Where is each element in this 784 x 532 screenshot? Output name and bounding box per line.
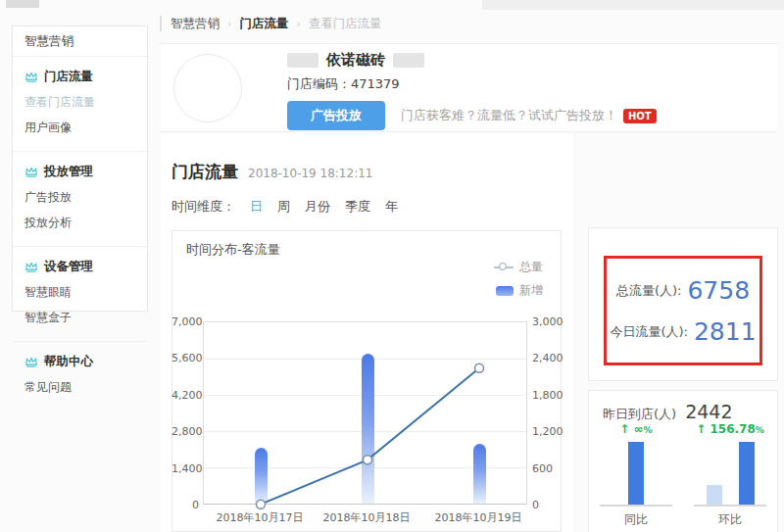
traffic-stats-card: 总流量(人): 6758 今日流量(人): 2811	[588, 227, 778, 381]
mom-percent: ↑ 156.78	[696, 422, 756, 436]
mom-minichart: ↑ 156.78% 环比	[683, 422, 777, 528]
total-traffic-value: 6758	[687, 276, 750, 305]
sidebar-section-device-management: 设备管理 智慧眼睛 智慧盒子	[13, 247, 147, 342]
store-info: 依诺磁砖 门店编码：471379 广告投放 门店获客难？流量低？试试广告投放！ …	[287, 51, 657, 130]
time-option-week[interactable]: 周	[277, 198, 290, 216]
legend-label-new: 新增	[519, 282, 543, 299]
plot-area	[203, 321, 527, 505]
legend-item-new[interactable]: 新增	[496, 282, 543, 299]
left-axis-tick: 1,400	[172, 462, 199, 475]
breadcrumb-separator: ›	[296, 18, 300, 30]
crown-icon	[24, 71, 38, 83]
right-axis-tick: 2,400	[532, 352, 564, 364]
sidebar-section-store-traffic: 门店流量 查看门店流量 用户画像	[13, 57, 147, 152]
sidebar-item-view-store-traffic[interactable]: 查看门店流量	[24, 94, 135, 111]
sidebar-section-help-center: 帮助中心 常见问题	[13, 342, 147, 411]
legend-item-total[interactable]: 总量	[494, 259, 543, 275]
breadcrumb-separator: ›	[227, 18, 231, 30]
right-axis-tick: 600	[532, 462, 553, 475]
legend-label-total: 总量	[519, 259, 543, 275]
sidebar-section-title[interactable]: 投放管理	[24, 164, 135, 180]
yoy-label: 同比	[624, 511, 648, 528]
sidebar-section-label: 门店流量	[44, 69, 93, 85]
sidebar: 智慧营销 门店流量 查看门店流量 用户画像 投放管理 广告投放 投放分析 设备管…	[12, 25, 148, 312]
yoy-percent: ↑ ∞	[619, 422, 643, 436]
time-option-quarter[interactable]: 季度	[345, 198, 370, 216]
sidebar-item-ad-delivery[interactable]: 广告投放	[24, 189, 135, 206]
censored-chip	[287, 53, 318, 68]
mini-bar	[707, 485, 722, 505]
sidebar-section-label: 帮助中心	[44, 354, 93, 370]
time-option-month[interactable]: 月份	[305, 198, 330, 216]
report-timestamp: 2018-10-19 18:12:11	[248, 167, 372, 180]
crown-icon	[24, 356, 38, 368]
chart-title: 时间分布-客流量	[186, 241, 280, 259]
top-right-strip	[482, 0, 784, 10]
page-title: 门店流量	[172, 161, 238, 183]
left-axis-tick: 5,600	[172, 352, 199, 364]
comparison-minicharts: ↑ ∞% 同比 ↑ 156.78% 环比	[589, 422, 777, 528]
breadcrumb-divider	[160, 16, 162, 31]
percent-sign: %	[756, 425, 764, 435]
right-axis-tick: 1,800	[532, 389, 564, 402]
today-traffic-label: 今日流量(人):	[610, 323, 688, 341]
yesterday-visits-value: 2442	[685, 401, 732, 422]
yesterday-visits-card: 昨日到店(人) 2442 ↑ ∞% 同比 ↑ 156.78% 环比	[588, 390, 778, 532]
mini-bar	[628, 442, 644, 505]
sidebar-item-faq[interactable]: 常见问题	[24, 379, 135, 396]
sidebar-item-user-profile[interactable]: 用户画像	[24, 120, 135, 136]
right-axis-tick: 1,200	[532, 425, 564, 438]
breadcrumb-item-view-store-traffic[interactable]: 查看门店流量	[309, 16, 382, 32]
sidebar-section-title[interactable]: 门店流量	[24, 69, 135, 85]
screen: 智慧营销 门店流量 查看门店流量 用户画像 投放管理 广告投放 投放分析 设备管…	[0, 0, 784, 532]
chart-legend: 总量 新增	[494, 259, 543, 299]
today-traffic-value: 2811	[694, 317, 757, 346]
left-axis-tick: 0	[172, 499, 199, 511]
ad-delivery-button[interactable]: 广告投放	[287, 101, 385, 130]
hot-badge: HOT	[623, 109, 657, 123]
left-axis-tick: 4,200	[172, 389, 199, 402]
time-option-year[interactable]: 年	[385, 198, 398, 216]
right-axis-tick: 3,000	[532, 315, 564, 328]
promo-text: 门店获客难？流量低？试试广告投放！	[401, 107, 617, 124]
sidebar-section-ad-management: 投放管理 广告投放 投放分析	[13, 152, 147, 247]
mini-bars	[694, 440, 766, 507]
mom-label: 环比	[718, 511, 742, 528]
sidebar-item-ad-analysis[interactable]: 投放分析	[24, 215, 135, 231]
sidebar-item-smart-box[interactable]: 智慧盒子	[24, 310, 135, 326]
top-left-chip	[6, 0, 39, 8]
annotation-red-box: 总流量(人): 6758 今日流量(人): 2811	[604, 256, 762, 365]
store-name: 依诺磁砖	[326, 51, 385, 70]
x-axis-label: 2018年10月17日	[211, 510, 309, 525]
crown-icon	[24, 261, 38, 273]
breadcrumb-item-store-traffic[interactable]: 门店流量	[239, 16, 288, 32]
time-dimension-label: 时间维度：	[172, 198, 235, 216]
left-axis-tick: 2,800	[172, 425, 199, 438]
x-axis-label: 2018年10月19日	[429, 510, 527, 525]
time-option-day[interactable]: 日	[250, 198, 263, 216]
store-code-value: 471379	[351, 76, 400, 91]
sidebar-item-smart-eye[interactable]: 智慧眼睛	[24, 284, 135, 301]
line-series	[204, 322, 528, 506]
bar-series-icon	[496, 286, 514, 296]
right-axis-tick: 0	[532, 499, 539, 511]
line-series-icon	[494, 266, 514, 268]
traffic-chart-card: 时间分布-客流量 总量 新增 7,000 5,600 4,200 2,800 1…	[172, 230, 562, 532]
sidebar-section-title[interactable]: 设备管理	[24, 259, 135, 275]
sidebar-section-title[interactable]: 帮助中心	[24, 354, 135, 370]
yoy-minichart: ↑ ∞% 同比	[589, 422, 683, 528]
time-dimension-row: 时间维度： 日 周 月份 季度 年	[172, 198, 398, 216]
yesterday-visits-label: 昨日到店(人)	[603, 406, 676, 423]
main-panel: 门店流量 2018-10-19 18:12:11 时间维度： 日 周 月份 季度…	[160, 133, 573, 532]
crown-icon	[24, 166, 38, 178]
x-axis-label: 2018年10月18日	[318, 510, 416, 525]
store-header-card: 依诺磁砖 门店编码：471379 广告投放 门店获客难？流量低？试试广告投放！ …	[160, 43, 777, 132]
percent-sign: %	[644, 425, 653, 435]
mini-bars	[600, 440, 672, 507]
mini-bar	[739, 442, 755, 505]
breadcrumb-item-smart-marketing[interactable]: 智慧营销	[171, 16, 220, 32]
sidebar-header: 智慧营销	[13, 26, 147, 57]
left-axis-tick: 7,000	[172, 315, 199, 328]
censored-chip	[393, 53, 424, 68]
sidebar-section-label: 投放管理	[44, 164, 93, 180]
